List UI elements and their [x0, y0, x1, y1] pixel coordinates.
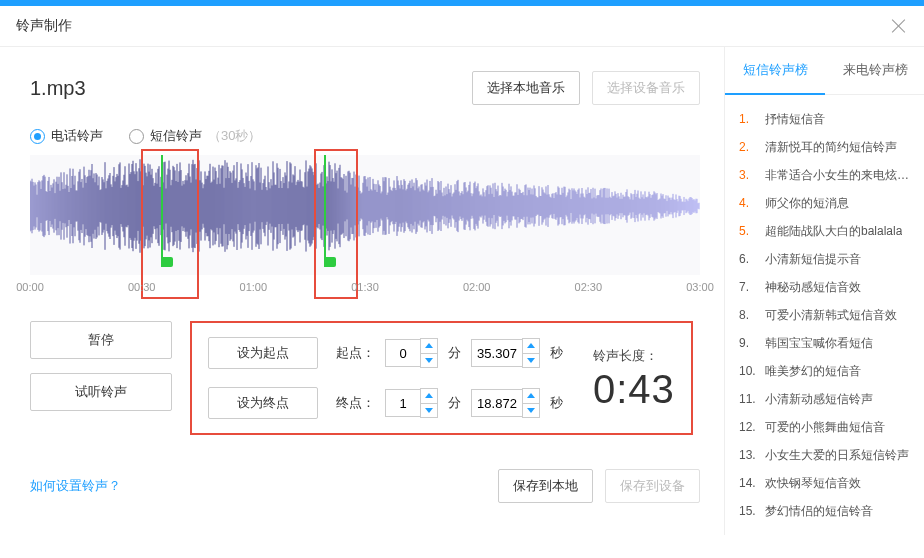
rank-item[interactable]: 4.师父你的短消息	[725, 189, 924, 217]
radio-phone-ringtone[interactable]: 电话铃声	[30, 127, 103, 145]
range-editor: 设为起点 起点： 分 秒	[190, 321, 693, 435]
radio-sms-label: 短信铃声	[150, 127, 202, 145]
svg-marker-671	[425, 358, 433, 363]
end-sec-stepper[interactable]	[471, 388, 540, 418]
rank-number: 11.	[739, 392, 759, 406]
rank-item[interactable]: 3.非常适合小女生的来电炫彩…	[725, 161, 924, 189]
step-up-icon[interactable]	[523, 339, 539, 354]
rank-number: 3.	[739, 168, 759, 182]
start-sec-stepper[interactable]	[471, 338, 540, 368]
rank-item[interactable]: 10.唯美梦幻的短信音	[725, 357, 924, 385]
svg-marker-675	[425, 408, 433, 413]
step-up-icon[interactable]	[421, 389, 437, 404]
rank-item[interactable]: 2.清新悦耳的简约短信铃声	[725, 133, 924, 161]
rank-title: 可爱小清新韩式短信音效	[765, 307, 897, 324]
rank-number: 9.	[739, 336, 759, 350]
choose-device-button: 选择设备音乐	[592, 71, 700, 105]
rank-title: 师父你的短消息	[765, 195, 849, 212]
rank-item[interactable]: 15.梦幻情侣的短信铃音	[725, 497, 924, 525]
rank-title: 神秘动感短信音效	[765, 279, 861, 296]
dialog-title: 铃声制作	[16, 17, 72, 35]
svg-marker-674	[425, 393, 433, 398]
set-start-button[interactable]: 设为起点	[208, 337, 318, 369]
tick-label: 02:30	[575, 281, 603, 293]
tab-call-rank[interactable]: 来电铃声榜	[825, 47, 924, 93]
rank-title: 抒情短信音	[765, 111, 825, 128]
rank-item[interactable]: 6.小清新短信提示音	[725, 245, 924, 273]
step-up-icon[interactable]	[421, 339, 437, 354]
save-device-button: 保存到设备	[605, 469, 700, 503]
waveform-area[interactable]	[30, 155, 700, 275]
step-down-icon[interactable]	[421, 404, 437, 418]
end-min-stepper[interactable]	[385, 388, 438, 418]
min-unit: 分	[448, 344, 461, 362]
tick-label: 00:30	[128, 281, 156, 293]
rank-item[interactable]: 12.可爱的小熊舞曲短信音	[725, 413, 924, 441]
rank-title: 超能陆战队大白的balalala	[765, 223, 902, 240]
close-icon[interactable]	[890, 17, 908, 35]
start-marker[interactable]	[161, 155, 163, 257]
step-up-icon[interactable]	[523, 389, 539, 404]
rank-item[interactable]: 13.小女生大爱的日系短信铃声	[725, 441, 924, 469]
svg-marker-673	[527, 358, 535, 363]
tick-label: 00:00	[16, 281, 44, 293]
radio-sms-ringtone[interactable]: 短信铃声 （30秒）	[129, 127, 261, 145]
help-link[interactable]: 如何设置铃声？	[30, 477, 121, 495]
pause-button[interactable]: 暂停	[30, 321, 172, 359]
rank-title: 韩国宝宝喊你看短信	[765, 335, 873, 352]
rank-number: 15.	[739, 504, 759, 518]
rank-number: 5.	[739, 224, 759, 238]
start-min-stepper[interactable]	[385, 338, 438, 368]
set-end-button[interactable]: 设为终点	[208, 387, 318, 419]
radio-dot-icon	[30, 129, 45, 144]
rank-number: 4.	[739, 196, 759, 210]
tab-sms-rank[interactable]: 短信铃声榜	[725, 47, 825, 95]
end-min-input[interactable]	[385, 389, 420, 417]
file-name: 1.mp3	[30, 77, 86, 100]
end-marker[interactable]	[324, 155, 326, 257]
rank-number: 14.	[739, 476, 759, 490]
rank-item[interactable]: 8.可爱小清新韩式短信音效	[725, 301, 924, 329]
tick-label: 03:00	[686, 281, 714, 293]
start-min-input[interactable]	[385, 339, 420, 367]
radio-sms-note: （30秒）	[208, 127, 261, 145]
choose-local-button[interactable]: 选择本地音乐	[472, 71, 580, 105]
start-sec-input[interactable]	[471, 339, 522, 367]
rank-title: 唯美梦幻的短信音	[765, 363, 861, 380]
rank-item[interactable]: 7.神秘动感短信音效	[725, 273, 924, 301]
rank-item[interactable]: 1.抒情短信音	[725, 105, 924, 133]
save-local-button[interactable]: 保存到本地	[498, 469, 593, 503]
tick-label: 01:00	[240, 281, 268, 293]
length-value: 0:43	[593, 369, 675, 409]
rank-number: 7.	[739, 280, 759, 294]
rank-title: 小清新动感短信铃声	[765, 391, 873, 408]
sec-unit: 秒	[550, 344, 563, 362]
preview-button[interactable]: 试听铃声	[30, 373, 172, 411]
rank-title: 小女生大爱的日系短信铃声	[765, 447, 909, 464]
step-down-icon[interactable]	[421, 354, 437, 368]
sec-unit: 秒	[550, 394, 563, 412]
svg-marker-672	[527, 343, 535, 348]
radio-dot-icon	[129, 129, 144, 144]
rank-title: 可爱的小熊舞曲短信音	[765, 419, 885, 436]
rank-title: 非常适合小女生的来电炫彩…	[765, 167, 911, 184]
step-down-icon[interactable]	[523, 354, 539, 368]
rank-number: 12.	[739, 420, 759, 434]
end-sec-input[interactable]	[471, 389, 522, 417]
rank-title: 清新悦耳的简约短信铃声	[765, 139, 897, 156]
rank-item[interactable]: 9.韩国宝宝喊你看短信	[725, 329, 924, 357]
min-unit: 分	[448, 394, 461, 412]
step-down-icon[interactable]	[523, 404, 539, 418]
rank-item[interactable]: 5.超能陆战队大白的balalala	[725, 217, 924, 245]
timeline-ticks: 00:0000:3001:0001:3002:0002:3003:00	[30, 281, 700, 295]
end-label: 终点：	[336, 394, 375, 412]
tick-label: 01:30	[351, 281, 379, 293]
rank-number: 2.	[739, 140, 759, 154]
rank-title: 小清新短信提示音	[765, 251, 861, 268]
rank-item[interactable]: 14.欢快钢琴短信音效	[725, 469, 924, 497]
length-label: 铃声长度：	[593, 347, 675, 365]
rank-item[interactable]: 11.小清新动感短信铃声	[725, 385, 924, 413]
rank-title: 欢快钢琴短信音效	[765, 475, 861, 492]
rank-number: 13.	[739, 448, 759, 462]
rank-list: 1.抒情短信音2.清新悦耳的简约短信铃声3.非常适合小女生的来电炫彩…4.师父你…	[725, 95, 924, 535]
